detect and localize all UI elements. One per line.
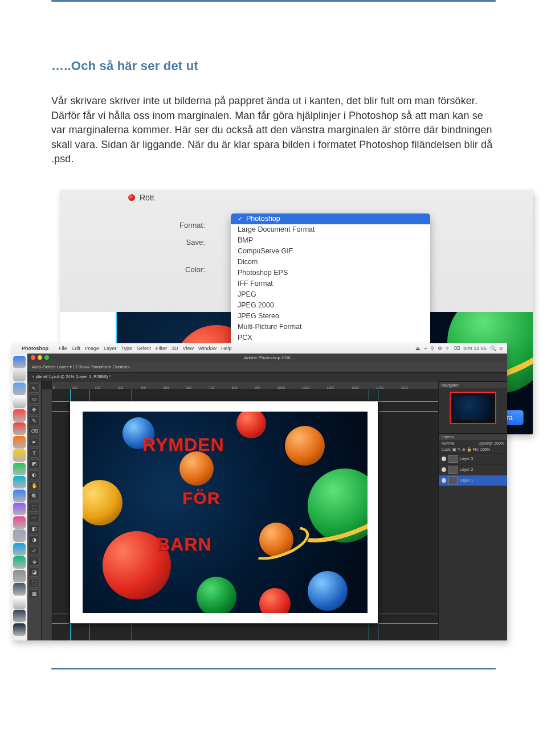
menu-item[interactable]: File — [59, 346, 67, 351]
dock-app-icon[interactable] — [13, 583, 26, 595]
dropdown-item[interactable]: JPEG — [231, 289, 430, 300]
dock-app-icon[interactable] — [13, 490, 26, 502]
tool-button[interactable]: ◧ — [28, 524, 40, 533]
close-icon[interactable] — [31, 355, 35, 360]
tool-button[interactable]: ◪ — [28, 568, 40, 577]
dock-app-icon[interactable] — [13, 422, 26, 435]
zoom-icon[interactable] — [44, 355, 49, 360]
guide-line[interactable] — [378, 389, 378, 640]
menubar-status-item: 🔍 — [490, 346, 496, 351]
layer-row[interactable]: Layer 3 — [439, 453, 507, 464]
tool-button[interactable]: ⌫ — [28, 427, 40, 436]
dropdown-item[interactable]: Photoshop EPS — [231, 268, 430, 278]
page-content: …..Och så här ser det ut Vår skrivare sk… — [0, 59, 547, 668]
lock-row[interactable]: Lock: ▣ ✎ ⊕ 🔒 Fill: 100% — [439, 446, 507, 453]
dock-app-icon[interactable] — [13, 516, 26, 529]
ruler-mark: 1100 — [302, 386, 309, 389]
dropdown-item[interactable]: CompuServe GIF — [231, 246, 430, 257]
dock-app-icon[interactable] — [13, 436, 26, 449]
dropdown-item[interactable]: Multi-Picture Format — [231, 322, 430, 332]
art-text-2: FÖR — [182, 488, 220, 508]
window-controls[interactable] — [31, 355, 49, 360]
menu-item[interactable]: Help — [221, 346, 232, 351]
menubar-status-item: torn 12:05 — [463, 346, 487, 351]
tool-button[interactable]: ✥ — [28, 405, 40, 414]
canvas[interactable]: RYMDEN FÖR BARN — [70, 401, 378, 623]
tool-button[interactable]: 🔍 — [28, 492, 40, 501]
tool-button[interactable]: ◑ — [28, 535, 40, 544]
dock-app-icon[interactable] — [13, 396, 26, 408]
menu-item[interactable]: Layer — [104, 346, 117, 351]
canvas-area[interactable]: 0100200300400500600700800900100011001200… — [42, 381, 438, 640]
blend-mode[interactable]: Normal — [442, 441, 455, 445]
menu-item[interactable]: Type — [121, 346, 133, 351]
tool-button[interactable]: T — [28, 449, 40, 458]
ruler-mark: 200 — [95, 386, 100, 389]
dock-app-icon[interactable] — [13, 356, 26, 368]
menu-item[interactable]: View — [183, 346, 194, 351]
dock-app-icon[interactable] — [13, 409, 26, 422]
navigator-panel[interactable]: Navigator — [439, 381, 507, 433]
tool-button[interactable]: ▦ — [28, 589, 40, 598]
dock-app-icon[interactable] — [13, 543, 26, 556]
menu-app[interactable]: Photoshop — [22, 346, 48, 351]
tool-button[interactable]: ✎ — [28, 416, 40, 425]
ruler-mark: 400 — [140, 386, 146, 389]
red-dot-icon — [128, 194, 135, 201]
menu-item[interactable]: Edit — [72, 346, 81, 351]
tool-button[interactable]: ⤢ — [28, 546, 40, 555]
panel-head-navigator: Navigator — [439, 382, 507, 388]
dock-app-icon[interactable] — [13, 623, 26, 636]
dropdown-item[interactable]: Dicom — [231, 257, 430, 268]
menu-item[interactable]: Image — [85, 346, 99, 351]
menu-item[interactable]: Filter — [156, 346, 167, 351]
dock-app-icon[interactable] — [13, 610, 26, 622]
visibility-icon[interactable] — [442, 457, 446, 461]
dock-app-icon[interactable] — [13, 597, 26, 609]
tool-button[interactable]: ✋ — [28, 481, 40, 490]
dropdown-item[interactable]: PCX — [231, 332, 430, 343]
dock-app-icon[interactable] — [13, 449, 26, 462]
tool-button[interactable]: ⬛ — [28, 578, 40, 587]
dropdown-item[interactable]: Large Document Format — [231, 224, 430, 235]
tools-panel[interactable]: ↖▭✥✎⌫✒T◩◐✋🔍⬚⋯◧◑⤢⬙◪⬛▦ — [27, 381, 42, 640]
tool-button[interactable]: ▭ — [28, 395, 40, 404]
layer-row[interactable]: Layer 1 — [439, 475, 507, 486]
minimize-icon[interactable] — [38, 355, 42, 360]
tool-button[interactable]: ⋯ — [28, 513, 40, 523]
dropdown-item[interactable]: BMP — [231, 235, 430, 246]
tool-button[interactable]: ⬚ — [28, 503, 40, 512]
menu-item[interactable]: 3D — [172, 346, 178, 351]
figure-photoshop-window: Photoshop FileEditImageLayerTypeSelectFi… — [11, 343, 507, 640]
dropdown-item[interactable]: IFF Format — [231, 278, 430, 289]
dropdown-item[interactable]: JPEG Stereo — [231, 311, 430, 322]
dropdown-item-selected[interactable]: Photoshop — [231, 213, 430, 224]
menu-item[interactable]: Window — [198, 346, 217, 351]
dock-app-icon[interactable] — [13, 476, 26, 488]
tool-button[interactable]: ◩ — [28, 459, 40, 469]
visibility-icon[interactable] — [442, 467, 446, 472]
document-tab[interactable]: × planet-1.psd @ 24% (Layer 1, RGB/8) * — [27, 373, 507, 381]
ruler-mark: 800 — [231, 386, 237, 389]
layer-row[interactable]: Layer 2 — [439, 464, 507, 475]
dock-app-icon[interactable] — [13, 556, 26, 569]
tool-button[interactable]: ⬙ — [28, 557, 40, 566]
options-bar[interactable]: Auto-Select Layer ▾ ☐ Show Transform Con… — [27, 362, 507, 373]
dock-app-icon[interactable] — [13, 529, 26, 542]
dock-app-icon[interactable] — [13, 570, 26, 582]
planet-orange — [179, 451, 214, 486]
tool-button[interactable]: ✒ — [28, 438, 40, 447]
opacity-label[interactable]: Opacity: 100% — [478, 441, 504, 445]
dock-app-icon[interactable] — [13, 463, 26, 475]
guide-line[interactable] — [52, 623, 438, 624]
tool-button[interactable]: ↖ — [28, 384, 40, 393]
dock-app-icon[interactable] — [13, 369, 26, 381]
layer-name: Layer 1 — [460, 478, 473, 482]
dock-app-icon[interactable] — [13, 503, 26, 515]
tool-button[interactable]: ◐ — [28, 470, 40, 479]
visibility-icon[interactable] — [442, 478, 446, 483]
menu-item[interactable]: Select — [137, 346, 151, 351]
dock-app-icon[interactable] — [13, 383, 26, 395]
layers-panel[interactable]: Layers Normal Opacity: 100% Lock: ▣ ✎ ⊕ … — [439, 433, 507, 640]
dropdown-item[interactable]: JPEG 2000 — [231, 300, 430, 311]
